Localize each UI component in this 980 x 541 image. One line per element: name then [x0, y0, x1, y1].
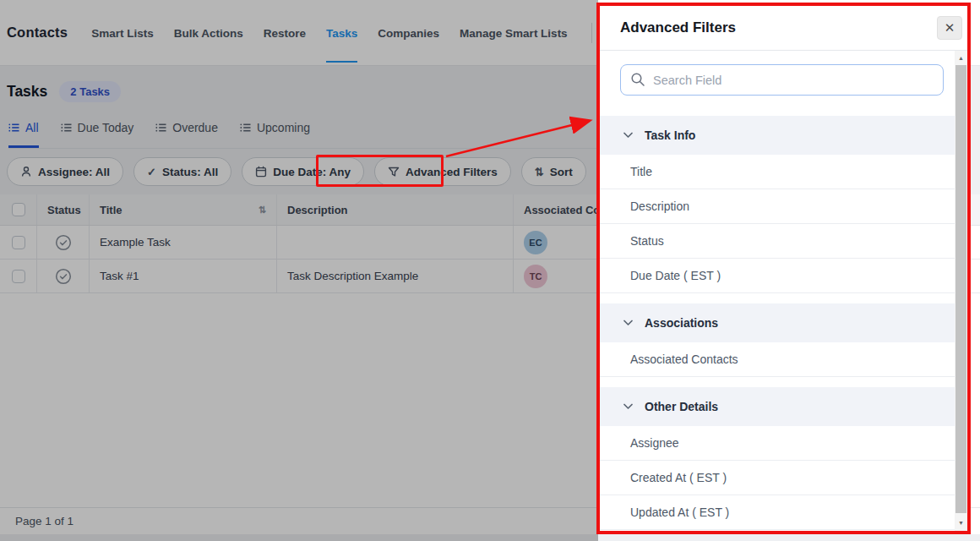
- section-label: Other Details: [645, 400, 718, 413]
- filter-field-status[interactable]: Status: [600, 224, 955, 259]
- filter-field-associated-contacts[interactable]: Associated Contacts: [600, 342, 955, 377]
- drawer-header: Advanced Filters ✕: [600, 6, 967, 51]
- advanced-filters-panel: Advanced Filters ✕ Task Info Title Descr…: [596, 3, 971, 534]
- section-label: Associations: [645, 316, 718, 330]
- filter-field-description[interactable]: Description: [600, 189, 955, 224]
- close-icon[interactable]: ✕: [937, 16, 962, 40]
- filter-field-updated-at[interactable]: Updated At ( EST ): [600, 495, 955, 530]
- scrollbar-thumb[interactable]: [956, 65, 966, 513]
- chevron-down-icon: [623, 403, 633, 410]
- drawer-body: Task Info Title Description Status Due D…: [600, 51, 967, 531]
- section-gap: [600, 377, 955, 387]
- section-associations[interactable]: Associations: [600, 303, 955, 342]
- section-label: Task Info: [645, 128, 695, 142]
- section-other-details[interactable]: Other Details: [600, 387, 955, 426]
- drawer-scrollbar[interactable]: ▲ ▼: [955, 51, 967, 531]
- modal-backdrop[interactable]: [0, 0, 598, 541]
- filter-field-created-at[interactable]: Created At ( EST ): [600, 461, 955, 495]
- chevron-down-icon: [623, 132, 633, 139]
- search-icon: [630, 72, 645, 87]
- filter-field-assignee[interactable]: Assignee: [600, 426, 955, 461]
- section-task-info[interactable]: Task Info: [600, 116, 955, 155]
- search-field-input[interactable]: [620, 64, 944, 96]
- scrollbar-up-arrow-icon[interactable]: ▲: [955, 51, 967, 64]
- section-gap: [600, 293, 955, 303]
- chevron-down-icon: [623, 320, 633, 326]
- drawer-title: Advanced Filters: [620, 19, 736, 36]
- scrollbar-down-arrow-icon[interactable]: ▼: [955, 516, 967, 529]
- filter-field-due-date[interactable]: Due Date ( EST ): [600, 259, 955, 293]
- filter-field-title[interactable]: Title: [600, 155, 955, 189]
